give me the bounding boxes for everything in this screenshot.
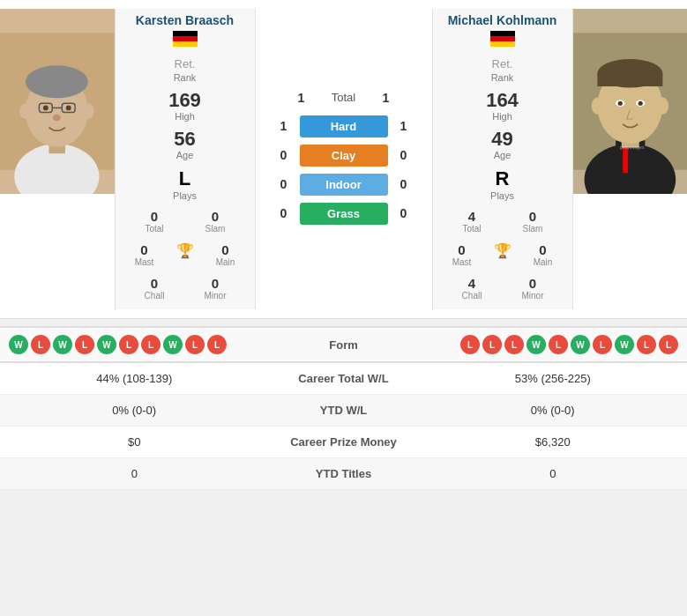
- left-player-flag: [172, 31, 198, 47]
- stats-center-label: YTD Titles: [256, 467, 432, 480]
- clay-row: 0 Clay 0: [260, 145, 428, 167]
- right-total-cell: 4 Total: [442, 209, 503, 234]
- svg-point-22: [617, 101, 622, 106]
- left-total-cell: 0 Total: [124, 209, 185, 234]
- clay-right-score: 0: [395, 148, 413, 162]
- left-form-badges: WLWLWLLWLL: [9, 335, 227, 354]
- svg-point-12: [82, 103, 93, 119]
- stats-left-val: $0: [13, 435, 256, 449]
- form-badge: W: [163, 335, 183, 354]
- indoor-row: 0 Indoor 0: [260, 174, 428, 196]
- form-badge: L: [207, 335, 227, 354]
- right-form-badges: LLLWLWLWLL: [460, 335, 678, 354]
- form-label: Form: [309, 338, 379, 352]
- clay-button[interactable]: Clay: [300, 145, 388, 167]
- stats-right-val: 53% (256-225): [432, 372, 675, 385]
- right-player-name: Michael Kohlmann: [448, 13, 557, 27]
- grass-row: 0 Grass 0: [260, 203, 428, 225]
- stats-left-val: 0: [13, 467, 256, 480]
- stats-center-label: Career Total W/L: [256, 372, 432, 385]
- hard-right-score: 1: [395, 119, 413, 133]
- right-age-block: 49 Age: [491, 129, 512, 160]
- form-badge: L: [141, 335, 161, 354]
- left-plays-block: L Plays: [173, 167, 197, 201]
- left-mast-cell: 0 Mast: [124, 242, 165, 267]
- right-mast-cell: 0 Mast: [442, 242, 482, 267]
- svg-point-9: [66, 105, 71, 110]
- svg-text:gettyimages: gettyimages: [619, 145, 644, 150]
- form-section: WLWLWLLWLL Form LLLWLWLWLL: [0, 326, 687, 362]
- stats-center-label: YTD W/L: [256, 404, 432, 417]
- stats-left-val: 0% (0-0): [13, 404, 256, 417]
- right-player-photo: gettyimages: [573, 9, 688, 194]
- total-right-score: 1: [377, 91, 395, 105]
- left-chall-cell: 0 Chall: [124, 276, 185, 301]
- left-main-cell: 0 Main: [205, 242, 246, 267]
- grass-button[interactable]: Grass: [300, 203, 388, 225]
- right-stats-row3: 4 Chall 0 Minor: [442, 276, 564, 301]
- svg-point-11: [19, 103, 31, 119]
- right-stats-row1: 4 Total 0 Slam: [442, 209, 564, 234]
- right-minor-cell: 0 Minor: [503, 276, 564, 301]
- indoor-button[interactable]: Indoor: [300, 174, 388, 196]
- clay-left-score: 0: [275, 148, 293, 162]
- grass-left-score: 0: [275, 206, 293, 220]
- form-badge: L: [504, 335, 524, 354]
- svg-point-4: [26, 65, 88, 98]
- form-badge: L: [31, 335, 50, 354]
- svg-point-10: [53, 115, 61, 121]
- left-trophy: 🏆: [165, 242, 205, 267]
- grass-right-score: 0: [395, 206, 413, 220]
- hard-button[interactable]: Hard: [300, 115, 388, 137]
- left-stats-row3: 0 Chall 0 Minor: [124, 276, 246, 301]
- form-badge: L: [593, 335, 612, 354]
- form-badge: L: [637, 335, 656, 354]
- right-plays-block: R Plays: [490, 167, 514, 201]
- form-badge: W: [97, 335, 116, 354]
- stats-table: 44% (108-139) Career Total W/L 53% (256-…: [0, 362, 687, 490]
- main-container: Karsten Braasch Ret. Rank 169 High 56 Ag…: [0, 0, 687, 490]
- stats-row: $0 Career Prize Money $6,320: [0, 427, 687, 458]
- form-badge: L: [482, 335, 502, 354]
- hard-left-score: 1: [275, 119, 293, 133]
- stats-center-label: Career Prize Money: [256, 435, 432, 449]
- stats-left-val: 44% (108-139): [13, 372, 256, 385]
- middle-section: 1 Total 1 1 Hard 1 0 Clay 0 0 Indoor 0 0: [256, 9, 432, 309]
- form-badge: L: [659, 335, 678, 354]
- left-stats-row2: 0 Mast 🏆 0 Main: [124, 242, 246, 267]
- svg-point-26: [656, 98, 668, 115]
- right-main-cell: 0 Main: [523, 242, 564, 267]
- svg-point-8: [43, 105, 49, 110]
- total-label: Total: [317, 91, 370, 104]
- right-rank-block: Ret. Rank: [491, 57, 514, 83]
- stats-right-val: 0% (0-0): [432, 404, 675, 417]
- svg-rect-20: [597, 73, 662, 86]
- right-stats-row2: 0 Mast 🏆 0 Main: [442, 242, 564, 267]
- stats-right-val: $6,320: [432, 435, 675, 449]
- form-badge: L: [75, 335, 94, 354]
- form-badge: W: [615, 335, 634, 354]
- right-trophy: 🏆: [482, 242, 523, 267]
- form-badge: W: [9, 335, 28, 354]
- right-player-flag: [489, 31, 516, 47]
- form-badge: W: [53, 335, 72, 354]
- left-rank-block: Ret. Rank: [174, 57, 197, 83]
- form-badge: L: [185, 335, 205, 354]
- form-badge: L: [549, 335, 568, 354]
- svg-point-24: [638, 101, 642, 106]
- stats-row: 0% (0-0) YTD W/L 0% (0-0): [0, 395, 687, 427]
- right-high-block: 164 High: [486, 90, 519, 122]
- form-badge: L: [119, 335, 138, 354]
- left-high-block: 169 High: [168, 90, 201, 122]
- left-player-photo: [0, 9, 115, 194]
- right-slam-cell: 0 Slam: [503, 209, 564, 234]
- total-row: 1 Total 1: [260, 91, 428, 105]
- form-badge: L: [460, 335, 480, 354]
- trophy-icon-right: 🏆: [494, 243, 512, 258]
- indoor-right-score: 0: [395, 177, 413, 191]
- stats-row: 0 YTD Titles 0: [0, 458, 687, 490]
- left-stats-row1: 0 Total 0 Slam: [124, 209, 246, 234]
- left-slam-cell: 0 Slam: [185, 209, 246, 234]
- trophy-icon-left: 🏆: [176, 243, 194, 258]
- right-chall-cell: 4 Chall: [442, 276, 503, 301]
